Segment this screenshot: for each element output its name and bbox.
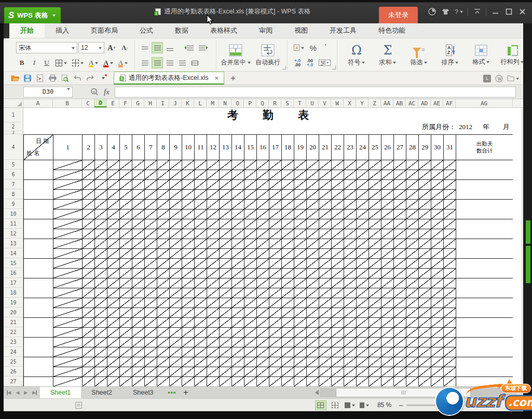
sheet-tab-Sheet3[interactable]: Sheet3: [122, 387, 164, 398]
day-cell[interactable]: [257, 367, 269, 377]
day-cell[interactable]: [406, 269, 419, 278]
day-cell[interactable]: [332, 229, 344, 239]
total-cell[interactable]: [456, 239, 513, 259]
day-cell[interactable]: [257, 180, 269, 190]
name-cell[interactable]: [24, 200, 53, 219]
day-cell[interactable]: [332, 278, 344, 288]
column-header-A[interactable]: A: [23, 99, 53, 107]
day-cell[interactable]: [394, 288, 406, 298]
day-cell[interactable]: [431, 239, 444, 249]
day-cell[interactable]: [269, 278, 282, 288]
day-cell[interactable]: [132, 288, 145, 298]
day-cell[interactable]: [307, 249, 319, 259]
currency-format-button[interactable]: ¥: [292, 42, 306, 53]
day-cell[interactable]: [419, 357, 431, 367]
day-cell[interactable]: [95, 347, 107, 357]
day-cell[interactable]: [357, 338, 369, 347]
day-cell[interactable]: [319, 357, 332, 367]
day-header-18[interactable]: 18: [282, 135, 294, 160]
day-cell[interactable]: [244, 239, 257, 249]
name-cell[interactable]: [24, 180, 53, 200]
day-cell[interactable]: [431, 338, 444, 347]
day-cell[interactable]: [207, 278, 220, 288]
day-cell[interactable]: [394, 347, 406, 357]
day-cell[interactable]: [431, 357, 444, 367]
day-cell[interactable]: [157, 269, 170, 278]
fill-color-button[interactable]: A: [87, 57, 100, 68]
day-cell[interactable]: [419, 278, 431, 288]
day-cell[interactable]: [145, 269, 157, 278]
day-cell[interactable]: [344, 298, 357, 308]
day-cell[interactable]: [282, 308, 294, 318]
day-cell[interactable]: [381, 210, 394, 219]
day-cell[interactable]: [207, 200, 220, 210]
column-header-AE[interactable]: AE: [431, 99, 443, 107]
day-cell[interactable]: [444, 210, 456, 219]
day-cell[interactable]: [170, 308, 182, 318]
day-cell[interactable]: [332, 259, 344, 269]
day-header-16[interactable]: 16: [257, 135, 269, 160]
day-cell[interactable]: [357, 239, 369, 249]
day-cell[interactable]: [269, 180, 282, 190]
day-cell[interactable]: [157, 229, 170, 239]
day-cell[interactable]: [195, 180, 207, 190]
day-cell[interactable]: [220, 298, 232, 308]
day-cell[interactable]: [107, 338, 120, 347]
day-cell[interactable]: [444, 219, 456, 229]
increase-decimal-button[interactable]: +.0.00: [292, 57, 303, 68]
day-cell[interactable]: [220, 239, 232, 249]
day-cell[interactable]: [357, 219, 369, 229]
day-cell[interactable]: [83, 318, 95, 328]
row-header-27[interactable]: 27: [4, 376, 23, 386]
day-cell[interactable]: [95, 219, 107, 229]
day-cell[interactable]: [257, 229, 269, 239]
day-cell[interactable]: [257, 328, 269, 338]
day-cell[interactable]: [232, 239, 244, 249]
day-cell[interactable]: [394, 298, 406, 308]
day-cell[interactable]: [53, 239, 83, 249]
day-cell[interactable]: [244, 328, 257, 338]
day-cell[interactable]: [232, 190, 244, 200]
day-cell[interactable]: [381, 367, 394, 377]
day-cell[interactable]: [132, 347, 145, 357]
day-cell[interactable]: [269, 269, 282, 278]
column-header-M[interactable]: M: [207, 99, 219, 107]
day-cell[interactable]: [307, 190, 319, 200]
day-cell[interactable]: [319, 347, 332, 357]
day-cell[interactable]: [257, 259, 269, 269]
day-cell[interactable]: [357, 377, 369, 386]
day-cell[interactable]: [282, 377, 294, 386]
day-cell[interactable]: [244, 318, 257, 328]
day-cell[interactable]: [232, 278, 244, 288]
day-cell[interactable]: [244, 338, 257, 347]
day-header-28[interactable]: 28: [406, 135, 419, 160]
day-cell[interactable]: [282, 298, 294, 308]
day-cell[interactable]: [332, 308, 344, 318]
day-cell[interactable]: [444, 298, 456, 308]
row-header-14[interactable]: 14: [4, 248, 23, 258]
day-cell[interactable]: [207, 180, 220, 190]
day-cell[interactable]: [83, 357, 95, 367]
day-cell[interactable]: [244, 298, 257, 308]
day-cell[interactable]: [132, 377, 145, 386]
day-cell[interactable]: [332, 328, 344, 338]
day-cell[interactable]: [120, 278, 132, 288]
day-cell[interactable]: [182, 170, 195, 180]
day-cell[interactable]: [381, 229, 394, 239]
day-cell[interactable]: [282, 190, 294, 200]
day-cell[interactable]: [107, 318, 120, 328]
day-cell[interactable]: [95, 200, 107, 210]
day-cell[interactable]: [220, 347, 232, 357]
day-cell[interactable]: [406, 338, 419, 347]
day-cell[interactable]: [319, 308, 332, 318]
day-cell[interactable]: [244, 160, 257, 170]
day-cell[interactable]: [319, 259, 332, 269]
day-cell[interactable]: [419, 200, 431, 210]
justify-button[interactable]: [176, 57, 188, 68]
day-cell[interactable]: [406, 308, 419, 318]
day-cell[interactable]: [294, 170, 307, 180]
day-cell[interactable]: [357, 308, 369, 318]
column-header-S[interactable]: S: [281, 99, 294, 107]
day-cell[interactable]: [120, 338, 132, 347]
day-cell[interactable]: [431, 259, 444, 269]
